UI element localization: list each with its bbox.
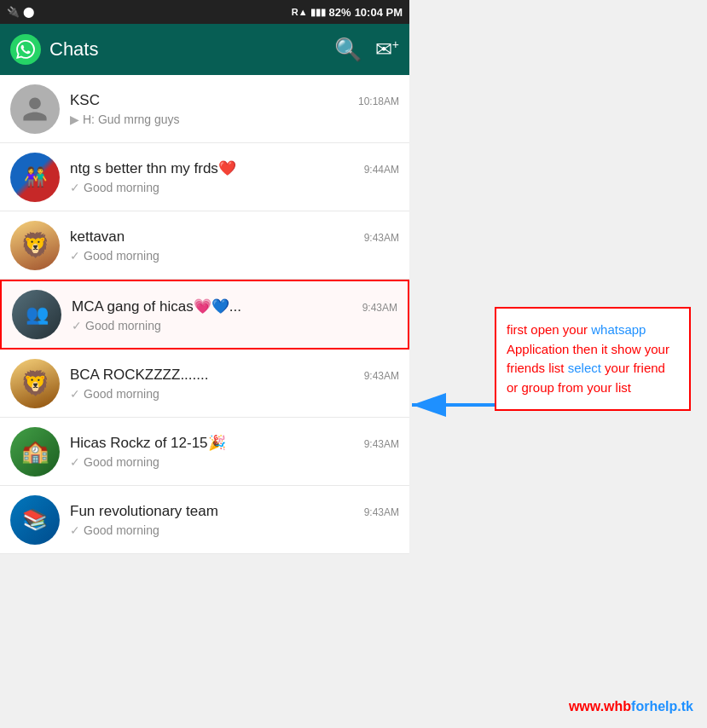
avatar-bca: 🦁	[10, 359, 60, 408]
annotation-arrow	[408, 388, 501, 422]
chat-item-kettavan[interactable]: 🦁 kettavan 9:43AM ✓ Good morning	[0, 211, 409, 280]
info-whatsapp-highlight: whatsapp	[591, 322, 646, 337]
chat-top-mca: MCA gang of hicas💗💙... 9:43AM	[72, 298, 397, 315]
preview-text-kettavan: Good morning	[84, 249, 159, 263]
chat-preview-ksc: ▶ H: Gud mrng guys	[70, 113, 399, 126]
avatar-couple: 👫	[10, 153, 60, 202]
chat-top-fun: Fun revolutionary team 9:43AM	[70, 503, 399, 520]
tick-icon-couple: ✓	[70, 181, 80, 194]
chat-time-kettavan: 9:43AM	[364, 232, 399, 244]
chat-name-kettavan: kettavan	[70, 228, 125, 246]
chat-info-ksc: KSC 10:18AM ▶ H: Gud mrng guys	[70, 92, 399, 126]
page-title: Chats	[49, 38, 98, 61]
chat-name-mca: MCA gang of hicas💗💙...	[72, 298, 241, 315]
chat-info-fun: Fun revolutionary team 9:43AM ✓ Good mor…	[70, 503, 399, 537]
chat-name-bca: BCA ROCKZZZZ.......	[70, 367, 208, 384]
chat-list: KSC 10:18AM ▶ H: Gud mrng guys 👫 ntg s b…	[0, 75, 409, 554]
url-red: www.whb	[569, 699, 631, 714]
sync-icon: ⬤	[23, 6, 34, 18]
avatar-fun: 📚	[10, 495, 60, 545]
chat-time-fun: 9:43AM	[364, 506, 399, 518]
chat-top-kettavan: kettavan 9:43AM	[70, 228, 399, 246]
chat-preview-fun: ✓ Good morning	[70, 523, 399, 537]
chat-time-mca: 9:43AM	[362, 302, 397, 314]
chat-info-bca: BCA ROCKZZZZ....... 9:43AM ✓ Good mornin…	[70, 367, 399, 401]
tick-icon-bca: ✓	[70, 387, 80, 401]
chat-preview-couple: ✓ Good morning	[70, 181, 399, 194]
chat-name-couple: ntg s better thn my frds❤️	[70, 159, 236, 177]
signal-indicator: R▲ ▮▮▮	[292, 7, 326, 18]
search-icon[interactable]: 🔍	[334, 37, 362, 63]
chat-top-hicas: Hicas Rockz of 12-15🎉 9:43AM	[70, 434, 399, 452]
avatar-mca: 👥	[12, 290, 61, 339]
preview-text-hicas: Good morning	[84, 455, 159, 469]
chat-time-couple: 9:44AM	[364, 164, 399, 176]
preview-text-bca: Good morning	[84, 387, 159, 401]
preview-text-ksc: H: Gud mrng guys	[83, 113, 180, 126]
avatar-ksc	[10, 84, 60, 134]
chat-time-bca: 9:43AM	[364, 370, 399, 382]
avatar-hicas: 🏫	[10, 427, 60, 477]
chat-item-mca[interactable]: 👥 MCA gang of hicas💗💙... 9:43AM ✓ Good m…	[0, 280, 409, 350]
status-left-icons: 🔌 ⬤	[7, 6, 34, 18]
info-text-1: first open your	[507, 322, 591, 337]
app-header: Chats 🔍 ✉+	[0, 24, 409, 75]
chat-preview-mca: ✓ Good morning	[72, 319, 397, 332]
chat-item-hicas[interactable]: 🏫 Hicas Rockz of 12-15🎉 9:43AM ✓ Good mo…	[0, 418, 409, 486]
tick-icon-fun: ✓	[70, 523, 80, 537]
whatsapp-logo	[10, 34, 41, 65]
voice-icon: ▶	[70, 113, 79, 126]
url-blue: forhelp.tk	[631, 699, 693, 714]
info-box: first open your whatsapp Application the…	[495, 307, 691, 411]
time-display: 10:04 PM	[355, 6, 403, 19]
status-right-info: R▲ ▮▮▮ 82% 10:04 PM	[292, 6, 403, 19]
tick-icon-hicas: ✓	[70, 455, 80, 469]
chat-item-bca[interactable]: 🦁 BCA ROCKZZZZ....... 9:43AM ✓ Good morn…	[0, 350, 409, 418]
usb-icon: 🔌	[7, 6, 20, 18]
info-select-highlight: select	[568, 361, 601, 375]
status-bar: 🔌 ⬤ R▲ ▮▮▮ 82% 10:04 PM	[0, 0, 409, 24]
tick-icon-mca: ✓	[72, 319, 82, 332]
chat-item-ksc[interactable]: KSC 10:18AM ▶ H: Gud mrng guys	[0, 75, 409, 143]
preview-text-fun: Good morning	[84, 523, 159, 537]
header-left: Chats	[10, 34, 98, 65]
chat-item-couple[interactable]: 👫 ntg s better thn my frds❤️ 9:44AM ✓ Go…	[0, 143, 409, 211]
avatar-kettavan: 🦁	[10, 221, 60, 270]
chat-top-bca: BCA ROCKZZZZ....... 9:43AM	[70, 367, 399, 384]
chat-info-mca: MCA gang of hicas💗💙... 9:43AM ✓ Good mor…	[72, 298, 397, 332]
chat-info-couple: ntg s better thn my frds❤️ 9:44AM ✓ Good…	[70, 159, 399, 194]
chat-info-kettavan: kettavan 9:43AM ✓ Good morning	[70, 228, 399, 263]
preview-text-couple: Good morning	[84, 181, 159, 194]
chat-preview-kettavan: ✓ Good morning	[70, 249, 399, 263]
chat-info-hicas: Hicas Rockz of 12-15🎉 9:43AM ✓ Good morn…	[70, 434, 399, 469]
tick-icon-kettavan: ✓	[70, 249, 80, 263]
chat-time-hicas: 9:43AM	[364, 438, 399, 450]
website-url: www.whbforhelp.tk	[569, 699, 693, 714]
new-chat-icon[interactable]: ✉+	[375, 38, 399, 61]
chat-item-fun[interactable]: 📚 Fun revolutionary team 9:43AM ✓ Good m…	[0, 486, 409, 554]
chat-preview-bca: ✓ Good morning	[70, 387, 399, 401]
chat-name-ksc: KSC	[70, 92, 100, 109]
battery-level: 82%	[329, 6, 351, 19]
preview-text-mca: Good morning	[85, 319, 161, 332]
chat-top-couple: ntg s better thn my frds❤️ 9:44AM	[70, 159, 399, 177]
chat-top-ksc: KSC 10:18AM	[70, 92, 399, 109]
chat-time-ksc: 10:18AM	[358, 95, 399, 107]
chat-preview-hicas: ✓ Good morning	[70, 455, 399, 469]
chat-name-hicas: Hicas Rockz of 12-15🎉	[70, 434, 226, 452]
chat-name-fun: Fun revolutionary team	[70, 503, 218, 520]
header-actions: 🔍 ✉+	[334, 37, 399, 63]
